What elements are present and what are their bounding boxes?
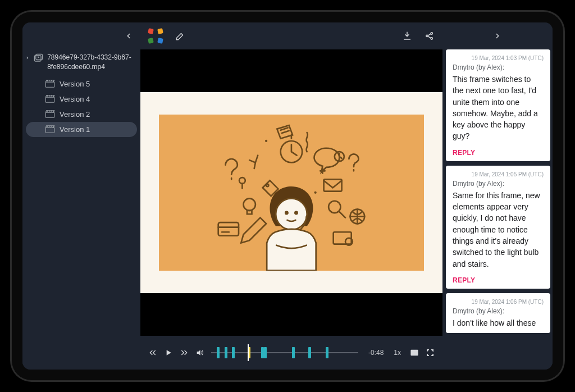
comment-author: Dmytro (by Alex): — [453, 180, 544, 188]
sidebar: 78946e79-327b-4332-9b67-8fe896cdee60.mp4… — [22, 22, 140, 370]
back-icon[interactable] — [125, 32, 133, 40]
version-label: Version 4 — [60, 95, 90, 103]
sidebar-item-version[interactable]: Version 4 — [26, 92, 137, 107]
filename: 78946e79-327b-4332-9b67-8fe896cdee60.mp4 — [47, 53, 135, 72]
collapse-icon[interactable] — [494, 32, 501, 40]
versions-list: Version 5Version 4Version 2Version 1 — [22, 76, 140, 137]
svg-point-19 — [244, 199, 255, 211]
prev-frame-icon[interactable] — [148, 348, 157, 357]
version-label: Version 2 — [60, 110, 90, 118]
download-icon[interactable] — [402, 31, 412, 41]
svg-rect-0 — [35, 56, 42, 61]
comment-timestamp: 19 Mar, 2024 1:03 PM (UTC) — [453, 55, 544, 61]
comment-body: I don't like how all these — [453, 317, 544, 329]
clapperboard-icon — [45, 95, 55, 103]
svg-rect-4 — [45, 112, 54, 117]
svg-point-20 — [239, 177, 245, 184]
speed-toggle[interactable]: 1x — [394, 349, 401, 357]
playhead[interactable] — [248, 344, 249, 361]
svg-point-8 — [431, 38, 432, 39]
comment-timestamp: 19 Mar, 2024 1:06 PM (UTC) — [453, 299, 544, 305]
sidebar-item-version[interactable]: Version 2 — [26, 107, 137, 122]
svg-rect-2 — [45, 82, 54, 87]
clapperboard-icon — [45, 80, 55, 88]
svg-point-14 — [328, 201, 340, 213]
tablet-frame: 78946e79-327b-4332-9b67-8fe896cdee60.mp4… — [10, 10, 565, 382]
clapperboard-icon — [45, 110, 55, 118]
sidebar-header — [22, 22, 140, 49]
edit-icon[interactable] — [175, 31, 185, 41]
comment-card[interactable]: 19 Mar, 2024 1:03 PM (UTC) Dmytro (by Al… — [446, 49, 550, 161]
svg-point-6 — [426, 35, 428, 37]
timeline-marker[interactable] — [217, 347, 220, 358]
media-stack-icon — [33, 53, 44, 66]
svg-point-24 — [266, 184, 268, 186]
version-label: Version 5 — [60, 80, 90, 88]
timeline-marker[interactable] — [225, 347, 227, 358]
comment-timestamp: 19 Mar, 2024 1:05 PM (UTC) — [453, 171, 544, 177]
svg-point-9 — [276, 199, 307, 230]
svg-point-22 — [314, 192, 317, 194]
timeline[interactable] — [211, 344, 358, 361]
timeline-marker[interactable] — [264, 347, 267, 358]
comment-body: Same for this frame, new elements appear… — [453, 190, 544, 270]
expand-icon — [26, 55, 29, 61]
svg-point-21 — [265, 140, 267, 142]
center-pane: -0:48 1x — [140, 22, 442, 370]
timeline-marker[interactable] — [308, 347, 311, 358]
clapperboard-icon — [45, 125, 55, 133]
reply-button[interactable]: REPLY — [453, 276, 544, 284]
svg-rect-13 — [324, 180, 342, 192]
comment-author: Dmytro (by Alex): — [453, 63, 544, 71]
player-controls: -0:48 1x — [140, 336, 442, 370]
screen: 78946e79-327b-4332-9b67-8fe896cdee60.mp4… — [22, 22, 553, 370]
timeline-marker[interactable] — [292, 347, 295, 358]
comments-list[interactable]: 19 Mar, 2024 1:03 PM (UTC) Dmytro (by Al… — [442, 49, 553, 370]
reply-button[interactable]: REPLY — [453, 149, 544, 157]
comments-pane: 19 Mar, 2024 1:03 PM (UTC) Dmytro (by Al… — [442, 22, 553, 370]
comment-author: Dmytro (by Alex): — [453, 307, 544, 315]
fullscreen-icon[interactable] — [426, 348, 435, 357]
svg-point-7 — [431, 33, 432, 34]
video-frame-illustration — [159, 115, 424, 271]
video-viewer[interactable] — [140, 49, 442, 336]
svg-rect-26 — [414, 352, 417, 354]
svg-point-11 — [295, 212, 297, 214]
comment-card[interactable]: 19 Mar, 2024 1:06 PM (UTC) Dmytro (by Al… — [446, 293, 550, 333]
timeline-marker[interactable] — [232, 347, 235, 358]
comments-header — [442, 22, 553, 49]
comment-body: This frame switches to the next one too … — [453, 74, 544, 142]
svg-rect-3 — [45, 97, 54, 102]
app-logo-icon[interactable] — [148, 29, 163, 43]
time-remaining: -0:48 — [368, 349, 384, 357]
svg-rect-16 — [218, 222, 239, 235]
play-icon[interactable] — [164, 348, 173, 357]
comment-card[interactable]: 19 Mar, 2024 1:05 PM (UTC) Dmytro (by Al… — [446, 166, 550, 289]
sidebar-item-version[interactable]: Version 1 — [26, 122, 137, 137]
sidebar-item-version[interactable]: Version 5 — [26, 76, 137, 92]
video-frame-background — [140, 92, 442, 293]
share-icon[interactable] — [425, 31, 435, 41]
volume-icon[interactable] — [195, 348, 204, 357]
timeline-marker[interactable] — [326, 347, 328, 358]
pip-icon[interactable] — [410, 348, 419, 357]
svg-point-10 — [285, 212, 288, 214]
topbar — [140, 22, 442, 49]
file-row[interactable]: 78946e79-327b-4332-9b67-8fe896cdee60.mp4 — [22, 49, 140, 74]
svg-rect-5 — [45, 127, 54, 133]
version-label: Version 1 — [60, 125, 90, 134]
next-frame-icon[interactable] — [180, 348, 189, 357]
